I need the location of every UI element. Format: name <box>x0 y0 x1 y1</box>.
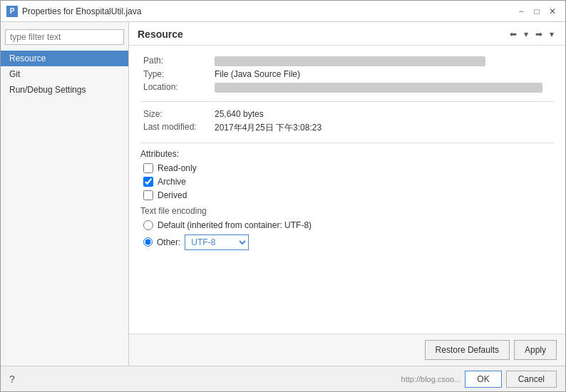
readonly-label[interactable]: Read-only <box>158 163 197 173</box>
footer-url: http://blog.csoo... <box>401 375 461 383</box>
sidebar: Resource Git Run/Debug Settings <box>1 22 129 366</box>
default-encoding-radio[interactable] <box>143 220 153 230</box>
encoding-title: Text file encoding <box>140 206 554 216</box>
other-encoding-row: Other: UTF-8 UTF-16 ISO-8859-1 US-ASCII <box>140 234 554 250</box>
default-encoding-row: Default (inherited from container: UTF-8… <box>140 220 554 230</box>
main-header: Resource ⬅ ▾ ➡ ▾ <box>129 22 565 46</box>
size-row: Size: 25,640 bytes <box>140 108 554 120</box>
last-modified-value: 2017年4月25日 下午3:08:23 <box>212 120 554 135</box>
archive-label[interactable]: Archive <box>158 177 186 187</box>
close-button[interactable]: ✕ <box>545 5 560 18</box>
footer-right: http://blog.csoo... OK Cancel <box>401 371 557 388</box>
properties-window: P Properties for EhospitalUtil.java − □ … <box>0 0 566 392</box>
size-value: 25,640 bytes <box>212 108 554 120</box>
derived-checkbox[interactable] <box>143 190 153 200</box>
attributes-section: Attributes: Read-only Archive Derived <box>140 149 554 200</box>
location-value <box>212 81 554 94</box>
path-value <box>212 54 554 68</box>
forward-dropdown-button[interactable]: ▾ <box>547 28 557 41</box>
sidebar-item-resource[interactable]: Resource <box>1 51 128 66</box>
help-icon[interactable]: ? <box>9 373 15 385</box>
location-label: Location: <box>140 81 212 94</box>
window-title: Properties for EhospitalUtil.java <box>22 6 141 16</box>
encoding-section: Text file encoding Default (inherited fr… <box>140 206 554 250</box>
main-panel: Resource ⬅ ▾ ➡ ▾ Path: <box>129 22 565 366</box>
info-table: Path: Type: File (Java Source File) Loca… <box>140 54 554 94</box>
restore-defaults-button[interactable]: Restore Defaults <box>425 340 510 360</box>
back-arrow-button[interactable]: ⬅ <box>507 28 520 41</box>
path-blurred <box>215 56 485 66</box>
other-encoding-radio[interactable] <box>143 237 153 247</box>
location-row: Location: <box>140 81 554 94</box>
back-dropdown-button[interactable]: ▾ <box>521 28 531 41</box>
footer-bar: ? http://blog.csoo... OK Cancel <box>1 366 565 391</box>
window-icon: P <box>6 6 18 17</box>
other-encoding-label[interactable]: Other: <box>157 237 180 247</box>
content-area: Resource Git Run/Debug Settings Resource… <box>1 22 565 366</box>
type-row: Type: File (Java Source File) <box>140 68 554 81</box>
apply-button[interactable]: Apply <box>514 340 557 360</box>
nav-arrows: ⬅ ▾ ➡ ▾ <box>507 28 557 41</box>
forward-arrow-button[interactable]: ➡ <box>532 28 545 41</box>
bottom-right-buttons: Restore Defaults Apply <box>425 340 557 360</box>
path-label: Path: <box>140 54 212 68</box>
default-encoding-label[interactable]: Default (inherited from container: UTF-8… <box>158 220 312 230</box>
path-row: Path: <box>140 54 554 68</box>
location-blurred <box>215 83 542 93</box>
last-modified-label: Last modified: <box>140 120 212 135</box>
bottom-bar: Restore Defaults Apply <box>129 334 565 366</box>
archive-row: Archive <box>140 177 554 187</box>
readonly-checkbox[interactable] <box>143 163 153 173</box>
last-modified-row: Last modified: 2017年4月25日 下午3:08:23 <box>140 120 554 135</box>
readonly-row: Read-only <box>140 163 554 173</box>
info-table-2: Size: 25,640 bytes Last modified: 2017年4… <box>140 108 554 135</box>
type-label: Type: <box>140 68 212 81</box>
derived-row: Derived <box>140 190 554 200</box>
divider-1 <box>140 101 554 102</box>
ok-button[interactable]: OK <box>465 371 501 388</box>
main-title: Resource <box>138 29 183 40</box>
sidebar-item-run-debug[interactable]: Run/Debug Settings <box>1 82 128 98</box>
title-bar-left: P Properties for EhospitalUtil.java <box>6 6 141 17</box>
archive-checkbox[interactable] <box>143 177 153 187</box>
filter-input[interactable] <box>5 29 124 45</box>
type-value: File (Java Source File) <box>212 68 554 81</box>
cancel-button[interactable]: Cancel <box>506 371 557 388</box>
size-label: Size: <box>140 108 212 120</box>
minimize-button[interactable]: − <box>514 5 528 18</box>
attributes-label: Attributes: <box>140 149 554 159</box>
encoding-select[interactable]: UTF-8 UTF-16 ISO-8859-1 US-ASCII <box>185 234 249 250</box>
title-bar: P Properties for EhospitalUtil.java − □ … <box>1 1 565 22</box>
maximize-button[interactable]: □ <box>530 5 544 18</box>
derived-label[interactable]: Derived <box>158 190 187 200</box>
divider-2 <box>140 143 554 143</box>
sidebar-item-git[interactable]: Git <box>1 66 128 82</box>
main-content: Path: Type: File (Java Source File) Loca… <box>129 46 565 334</box>
title-controls: − □ ✕ <box>514 5 560 18</box>
